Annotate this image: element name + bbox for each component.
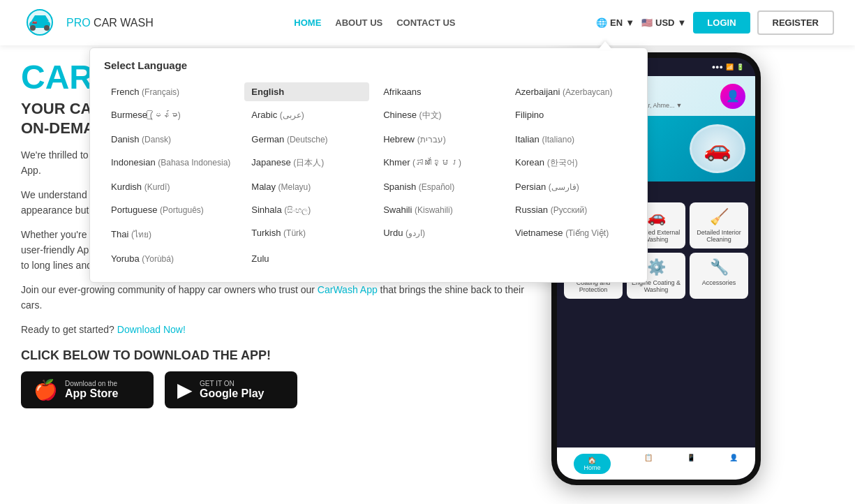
- lang-item-malay[interactable]: Malay (Melayu): [244, 177, 369, 196]
- nav-home[interactable]: HOME: [294, 17, 321, 28]
- globe-icon: 🌐: [596, 17, 607, 28]
- apple-icon: 🍎: [34, 378, 58, 401]
- lang-item-khmer[interactable]: Khmer (ភាសាខ្មែរ): [376, 153, 501, 173]
- lang-item-danish[interactable]: Danish (Dansk): [104, 130, 237, 149]
- lang-item-yoruba[interactable]: Yoruba (Yorùbá): [104, 249, 237, 268]
- lang-item-persian[interactable]: Persian (فارسی): [508, 177, 633, 196]
- lang-item-turkish[interactable]: Turkish (Türk): [244, 223, 369, 245]
- lang-item-afrikaans[interactable]: Afrikaans: [376, 82, 501, 101]
- nav-controls: 🌐 EN ▼ 🇺🇸 USD ▼ LOGIN REGISTER: [596, 10, 834, 35]
- language-dropdown: Select Language French (Français)English…: [89, 47, 648, 283]
- service-label: Accessories: [692, 279, 745, 286]
- svg-point-3: [44, 25, 50, 31]
- google-play-main: Google Play: [200, 387, 264, 400]
- login-button[interactable]: LOGIN: [693, 12, 750, 34]
- app-store-main: App Store: [65, 387, 118, 400]
- service-card[interactable]: 🔧Accessories: [690, 253, 748, 299]
- lang-item-swahili[interactable]: Swahili (Kiswahili): [376, 200, 501, 219]
- logo: 🚗 PRO CAR WASH: [21, 7, 154, 38]
- google-play-text: GET IT ON Google Play: [200, 380, 264, 400]
- svg-text:🚗: 🚗: [32, 19, 38, 24]
- logo-rest: CAR WASH: [91, 17, 154, 29]
- lang-item-azerbaijani[interactable]: Azerbaijani (Azerbaycan): [508, 82, 633, 101]
- lang-item-vietnamese[interactable]: Vietnamese (Tiếng Việt): [508, 223, 633, 245]
- download-link[interactable]: Download Now!: [117, 324, 186, 335]
- phone-nav-profile[interactable]: 👤: [729, 454, 738, 474]
- play-icon: ▶: [177, 378, 193, 401]
- lang-item-english[interactable]: English: [244, 82, 369, 101]
- lang-item-german[interactable]: German (Deutsche): [244, 130, 369, 149]
- currency-chevron-icon: ▼: [677, 17, 686, 28]
- service-label: Detailed Interior Cleaning: [692, 229, 745, 243]
- app-store-button[interactable]: 🍎 Download on the App Store: [21, 371, 154, 408]
- lang-item-thai[interactable]: Thai (ไทย): [104, 223, 237, 245]
- phone-nav-screen[interactable]: 📱: [687, 454, 695, 474]
- app-store-sub: Download on the: [65, 380, 118, 387]
- lang-item-zulu[interactable]: Zulu: [244, 249, 369, 268]
- lang-item-japanese[interactable]: Japanese (日本人): [244, 153, 369, 173]
- dropdown-arrow: [598, 41, 612, 50]
- lang-item-indonesian[interactable]: Indonesian (Bahasa Indonesia): [104, 153, 237, 173]
- phone-status-icons: ●●● 📶 🔋: [712, 64, 744, 71]
- phone-car-image: 🚗: [690, 124, 745, 173]
- hero-paragraph-4: Join our ever-growing community of happy…: [21, 282, 537, 313]
- phone-nav-home[interactable]: 🏠Home: [574, 454, 610, 474]
- logo-text: PRO CAR WASH: [66, 17, 154, 29]
- lang-item-french[interactable]: French (Français): [104, 82, 237, 101]
- service-card[interactable]: 🧹Detailed Interior Cleaning: [690, 202, 748, 249]
- register-button[interactable]: REGISTER: [757, 10, 834, 35]
- lang-item-sinhala[interactable]: Sinhala (සිංහල): [244, 200, 369, 219]
- lang-item-kurdish[interactable]: Kurdish (Kurdî): [104, 177, 237, 196]
- app-store-text: Download on the App Store: [65, 380, 118, 400]
- lang-item-russian[interactable]: Russian (Русский): [508, 200, 633, 219]
- nav-contact[interactable]: CONTACT US: [396, 17, 455, 28]
- lang-item-filipino[interactable]: Filipino: [508, 105, 633, 126]
- currency-label: USD: [655, 17, 674, 28]
- nav-about[interactable]: ABOUT US: [335, 17, 382, 28]
- download-title: CLICK BELOW TO DOWNLOAD THE APP!: [21, 348, 537, 363]
- google-play-button[interactable]: ▶ GET IT ON Google Play: [165, 371, 297, 408]
- lang-item-chinese[interactable]: Chinese (中文): [376, 105, 501, 126]
- lang-item-italian[interactable]: Italian (Italiano): [508, 130, 633, 149]
- lang-item-hebrew[interactable]: Hebrew (עברית): [376, 130, 501, 149]
- lang-item-arabic[interactable]: Arabic (عربى): [244, 105, 369, 126]
- dropdown-title: Select Language: [104, 59, 633, 71]
- logo-pro: PRO: [66, 17, 91, 29]
- lang-item-burmese[interactable]: Burmese (မြန်မာ): [104, 105, 237, 126]
- main-nav: HOME ABOUT US CONTACT US: [294, 17, 455, 28]
- phone-nav-list[interactable]: 📋: [644, 454, 653, 474]
- lang-item-korean[interactable]: Korean (한국어): [508, 153, 633, 173]
- store-buttons: 🍎 Download on the App Store ▶ GET IT ON …: [21, 371, 537, 408]
- language-button[interactable]: 🌐 EN ▼: [596, 17, 634, 28]
- phone-bottom-nav: 🏠Home 📋 📱 👤: [557, 447, 755, 480]
- service-icon: 🧹: [692, 208, 745, 226]
- svg-point-2: [30, 25, 36, 31]
- language-grid: French (Français)EnglishAfrikaansAzerbai…: [104, 82, 633, 268]
- header: 🚗 PRO CAR WASH HOME ABOUT US CONTACT US …: [0, 0, 855, 45]
- service-icon: 🔧: [692, 258, 745, 276]
- phone-avatar: 👤: [720, 84, 745, 109]
- lang-item-spanish[interactable]: Spanish (Español): [376, 177, 501, 196]
- lang-label: EN: [610, 17, 623, 28]
- lang-item-portuguese[interactable]: Portuguese (Português): [104, 200, 237, 219]
- logo-icon: 🚗: [21, 7, 59, 38]
- lang-item-urdu[interactable]: Urdu (اردو): [376, 223, 501, 245]
- flag-icon: 🇺🇸: [641, 17, 653, 28]
- google-play-sub: GET IT ON: [200, 380, 264, 387]
- currency-button[interactable]: 🇺🇸 USD ▼: [641, 17, 686, 28]
- hero-paragraph-5: Ready to get started? Download Now!: [21, 322, 537, 337]
- lang-chevron-icon: ▼: [625, 17, 634, 28]
